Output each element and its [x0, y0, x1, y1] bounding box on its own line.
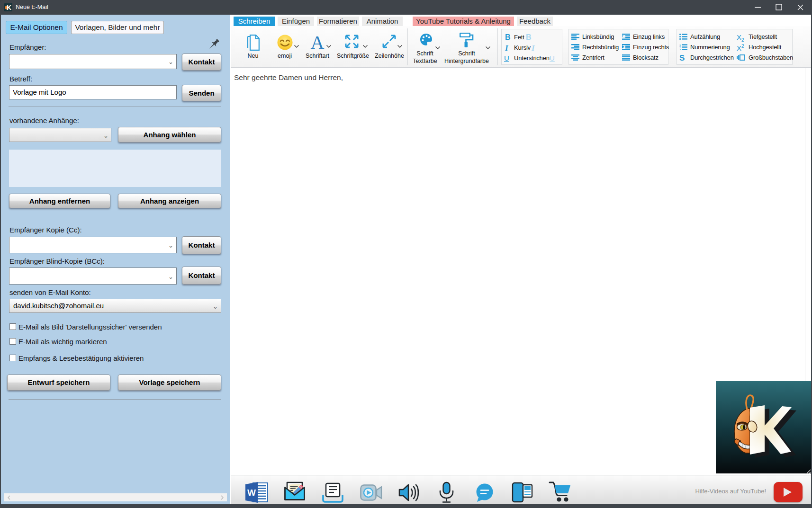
svg-text:K: K	[7, 4, 11, 11]
svg-text:W: W	[247, 488, 256, 498]
svg-text:3: 3	[679, 48, 681, 50]
